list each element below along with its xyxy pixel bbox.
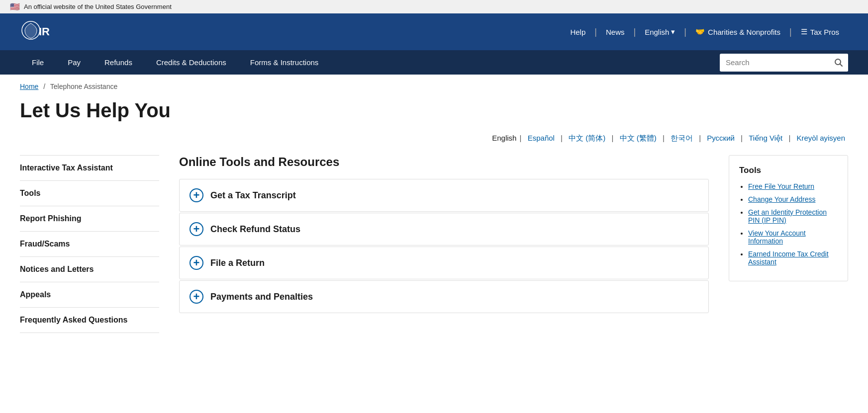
right-panel-title: Tools [739, 165, 838, 175]
header-nav-charities[interactable]: 🤝 Charities & Nonprofits [686, 27, 789, 36]
nav-refunds[interactable]: Refunds [93, 50, 144, 75]
search-input[interactable] [720, 58, 829, 67]
nav-links: File Pay Refunds Credits & Deductions Fo… [20, 50, 330, 75]
lang-chinese-simplified[interactable]: 中文 (简体) [569, 134, 605, 142]
charities-label: Charities & Nonprofits [708, 28, 780, 36]
main-content: Interactive Tax Assistant Tools Report P… [0, 155, 868, 333]
sidebar-item-notices-letters[interactable]: Notices and Letters [20, 257, 159, 282]
page-title: Let Us Help You [0, 94, 868, 134]
header-nav-news[interactable]: News [597, 28, 634, 36]
right-panel-list-item-free-file: Free File Your Return [748, 182, 838, 190]
lang-current: English [492, 134, 516, 142]
lang-korean[interactable]: 한국어 [671, 134, 693, 142]
breadcrumb-home[interactable]: Home [20, 83, 38, 90]
center-content: Online Tools and Resources + Get a Tax T… [179, 155, 709, 333]
search-icon [834, 58, 843, 67]
tool-card-icon-file-return: + [190, 256, 203, 270]
search-box [720, 54, 848, 72]
tool-card-label-payments-penalties: Payments and Penalties [210, 292, 313, 302]
dropdown-arrow-icon: ▾ [671, 27, 675, 36]
top-banner: 🇺🇸 An official website of the United Sta… [0, 0, 868, 13]
tool-card-icon-tax-transcript: + [190, 188, 203, 202]
svg-line-3 [840, 64, 843, 66]
taxpros-icon: ☰ [801, 27, 807, 36]
sidebar-item-tools[interactable]: Tools [20, 181, 159, 206]
logo-area: IRS [20, 19, 50, 44]
lang-chinese-traditional[interactable]: 中文 (繁體) [620, 134, 657, 142]
sidebar-item-report-phishing[interactable]: Report Phishing [20, 206, 159, 232]
right-panel-link-free-file[interactable]: Free File Your Return [748, 182, 814, 190]
english-label: English [645, 28, 669, 36]
header-nav-help[interactable]: Help [561, 28, 594, 36]
lang-espanol[interactable]: Español [528, 134, 555, 142]
tool-card-tax-transcript[interactable]: + Get a Tax Transcript [179, 179, 709, 212]
lang-creole[interactable]: Kreyòl ayisyen [796, 134, 845, 142]
tool-card-refund-status[interactable]: + Check Refund Status [179, 213, 709, 246]
nav-bar: File Pay Refunds Credits & Deductions Fo… [0, 50, 868, 75]
charities-icon: 🤝 [695, 27, 705, 36]
right-panel-list-item-ip-pin: Get an Identity Protection PIN (IP PIN) [748, 208, 838, 224]
svg-text:IRS: IRS [39, 25, 50, 38]
tool-card-label-refund-status: Check Refund Status [210, 224, 300, 235]
right-panel: Tools Free File Your Return Change Your … [729, 155, 848, 333]
lang-vietnamese[interactable]: Tiếng Việt [749, 134, 782, 142]
tool-card-label-file-return: File a Return [210, 258, 265, 268]
right-panel-link-change-address[interactable]: Change Your Address [748, 195, 815, 203]
nav-pay[interactable]: Pay [56, 50, 93, 75]
right-panel-list-item-eitc: Earned Income Tax Credit Assistant [748, 250, 838, 266]
irs-logo: IRS [20, 19, 50, 44]
search-button[interactable] [829, 54, 848, 72]
right-panel-box: Tools Free File Your Return Change Your … [729, 155, 848, 281]
flag-icon: 🇺🇸 [10, 2, 20, 11]
breadcrumb: Home / Telephone Assistance [0, 75, 868, 94]
lang-switcher: English | Español | 中文 (简体) | 中文 (繁體) | … [0, 134, 868, 155]
nav-credits[interactable]: Credits & Deductions [144, 50, 238, 75]
tool-card-file-return[interactable]: + File a Return [179, 247, 709, 279]
header-nav-taxpros[interactable]: ☰ Tax Pros [792, 27, 848, 36]
breadcrumb-separator: / [43, 83, 45, 90]
right-panel-list-item-change-address: Change Your Address [748, 195, 838, 203]
banner-text: An official website of the United States… [24, 3, 172, 10]
tool-card-label-tax-transcript: Get a Tax Transcript [210, 190, 296, 201]
sidebar-item-interactive-tax-assistant[interactable]: Interactive Tax Assistant [20, 155, 159, 181]
header-nav: Help | News | English ▾ | 🤝 Charities & … [561, 27, 848, 37]
taxpros-label: Tax Pros [810, 28, 839, 36]
nav-file[interactable]: File [20, 50, 56, 75]
sidebar: Interactive Tax Assistant Tools Report P… [20, 155, 159, 333]
sidebar-item-fraud-scams[interactable]: Fraud/Scams [20, 232, 159, 257]
tool-card-icon-refund-status: + [190, 222, 203, 236]
section-title: Online Tools and Resources [179, 155, 709, 169]
right-panel-link-eitc[interactable]: Earned Income Tax Credit Assistant [748, 250, 829, 266]
breadcrumb-current: Telephone Assistance [50, 83, 117, 90]
right-panel-link-view-account[interactable]: View Your Account Information [748, 229, 806, 245]
right-panel-list: Free File Your Return Change Your Addres… [739, 182, 838, 266]
right-panel-link-ip-pin[interactable]: Get an Identity Protection PIN (IP PIN) [748, 208, 827, 224]
right-panel-list-item-view-account: View Your Account Information [748, 229, 838, 245]
sidebar-item-appeals[interactable]: Appeals [20, 282, 159, 308]
lang-russian[interactable]: Русский [707, 134, 735, 142]
nav-forms[interactable]: Forms & Instructions [238, 50, 331, 75]
sidebar-item-faq[interactable]: Frequently Asked Questions [20, 308, 159, 333]
header-nav-english[interactable]: English ▾ [636, 27, 684, 36]
tool-card-icon-payments-penalties: + [190, 290, 203, 304]
tool-card-payments-penalties[interactable]: + Payments and Penalties [179, 280, 709, 313]
header: IRS Help | News | English ▾ | 🤝 Charitie… [0, 13, 868, 50]
